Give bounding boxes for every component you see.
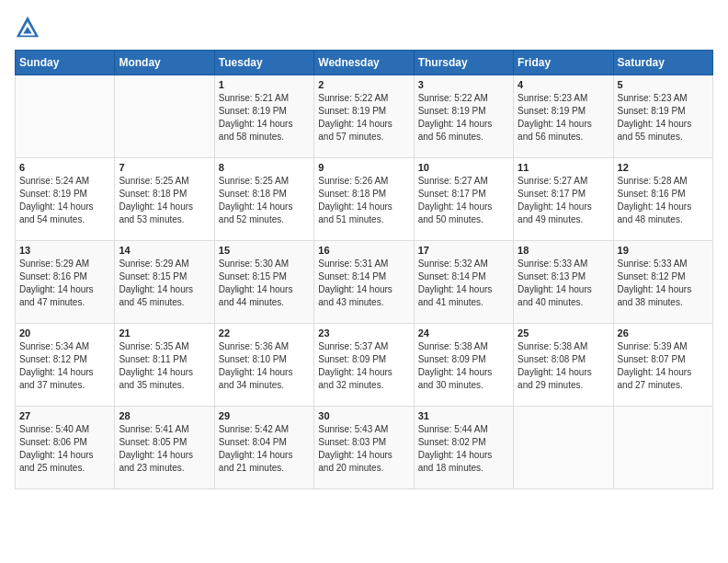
day-info: Sunrise: 5:23 AMSunset: 8:19 PMDaylight:… — [618, 92, 709, 144]
day-cell: 17Sunrise: 5:32 AMSunset: 8:14 PMDayligh… — [414, 241, 513, 324]
day-cell: 2Sunrise: 5:22 AMSunset: 8:19 PMDaylight… — [314, 75, 414, 158]
day-info: Sunrise: 5:30 AMSunset: 8:15 PMDaylight:… — [219, 258, 310, 309]
day-cell — [16, 75, 115, 158]
day-info: Sunrise: 5:22 AMSunset: 8:19 PMDaylight:… — [418, 92, 509, 144]
header-cell-monday: Monday — [115, 51, 214, 75]
page-header — [15, 15, 713, 40]
day-number: 7 — [119, 162, 210, 173]
header-cell-wednesday: Wednesday — [314, 51, 414, 75]
week-row-4: 20Sunrise: 5:34 AMSunset: 8:12 PMDayligh… — [16, 324, 713, 407]
day-info: Sunrise: 5:40 AMSunset: 8:06 PMDaylight:… — [19, 423, 110, 475]
day-cell: 14Sunrise: 5:29 AMSunset: 8:15 PMDayligh… — [115, 241, 214, 324]
day-cell: 4Sunrise: 5:23 AMSunset: 8:19 PMDaylight… — [514, 75, 613, 158]
day-number: 11 — [518, 162, 609, 173]
day-number: 14 — [119, 245, 210, 256]
header-cell-tuesday: Tuesday — [214, 51, 313, 75]
header-cell-thursday: Thursday — [414, 51, 513, 75]
day-info: Sunrise: 5:25 AMSunset: 8:18 PMDaylight:… — [119, 175, 210, 226]
day-number: 24 — [418, 327, 509, 339]
day-info: Sunrise: 5:41 AMSunset: 8:05 PMDaylight:… — [119, 423, 210, 475]
day-info: Sunrise: 5:43 AMSunset: 8:03 PMDaylight:… — [318, 423, 409, 475]
day-cell: 13Sunrise: 5:29 AMSunset: 8:16 PMDayligh… — [16, 241, 115, 324]
day-number: 28 — [119, 410, 210, 421]
day-cell: 23Sunrise: 5:37 AMSunset: 8:09 PMDayligh… — [314, 324, 414, 407]
day-info: Sunrise: 5:21 AMSunset: 8:19 PMDaylight:… — [219, 92, 310, 144]
day-cell: 31Sunrise: 5:44 AMSunset: 8:02 PMDayligh… — [414, 407, 513, 489]
day-number: 15 — [219, 245, 310, 256]
day-info: Sunrise: 5:35 AMSunset: 8:11 PMDaylight:… — [119, 340, 210, 392]
day-number: 19 — [618, 245, 709, 256]
day-number: 1 — [219, 79, 310, 90]
day-number: 13 — [19, 245, 110, 256]
day-number: 6 — [19, 162, 110, 173]
day-number: 23 — [318, 327, 409, 339]
day-cell: 16Sunrise: 5:31 AMSunset: 8:14 PMDayligh… — [314, 241, 414, 324]
calendar-header: SundayMondayTuesdayWednesdayThursdayFrid… — [16, 51, 713, 75]
day-number: 12 — [618, 162, 709, 173]
day-number: 10 — [418, 162, 509, 173]
day-info: Sunrise: 5:27 AMSunset: 8:17 PMDaylight:… — [518, 175, 609, 226]
day-number: 25 — [518, 327, 609, 339]
day-cell: 9Sunrise: 5:26 AMSunset: 8:18 PMDaylight… — [314, 158, 414, 241]
day-info: Sunrise: 5:38 AMSunset: 8:09 PMDaylight:… — [418, 340, 509, 392]
day-cell: 12Sunrise: 5:28 AMSunset: 8:16 PMDayligh… — [613, 158, 712, 241]
calendar-body: 1Sunrise: 5:21 AMSunset: 8:19 PMDaylight… — [16, 75, 713, 489]
day-info: Sunrise: 5:33 AMSunset: 8:13 PMDaylight:… — [518, 258, 609, 309]
day-cell: 3Sunrise: 5:22 AMSunset: 8:19 PMDaylight… — [414, 75, 513, 158]
day-number: 20 — [19, 327, 110, 339]
logo-icon — [15, 15, 40, 40]
day-info: Sunrise: 5:22 AMSunset: 8:19 PMDaylight:… — [318, 92, 409, 144]
day-number: 27 — [19, 410, 110, 421]
day-number: 21 — [119, 327, 210, 339]
day-info: Sunrise: 5:39 AMSunset: 8:07 PMDaylight:… — [618, 340, 709, 392]
day-info: Sunrise: 5:28 AMSunset: 8:16 PMDaylight:… — [618, 175, 709, 226]
day-cell — [613, 407, 712, 489]
day-cell: 8Sunrise: 5:25 AMSunset: 8:18 PMDaylight… — [214, 158, 313, 241]
day-cell: 28Sunrise: 5:41 AMSunset: 8:05 PMDayligh… — [115, 407, 214, 489]
day-number: 26 — [618, 327, 709, 339]
day-info: Sunrise: 5:38 AMSunset: 8:08 PMDaylight:… — [518, 340, 609, 392]
day-info: Sunrise: 5:42 AMSunset: 8:04 PMDaylight:… — [219, 423, 310, 475]
day-number: 22 — [219, 327, 310, 339]
day-info: Sunrise: 5:36 AMSunset: 8:10 PMDaylight:… — [219, 340, 310, 392]
day-cell: 5Sunrise: 5:23 AMSunset: 8:19 PMDaylight… — [613, 75, 712, 158]
day-cell: 15Sunrise: 5:30 AMSunset: 8:15 PMDayligh… — [214, 241, 313, 324]
day-number: 31 — [418, 410, 509, 421]
day-cell: 29Sunrise: 5:42 AMSunset: 8:04 PMDayligh… — [214, 407, 313, 489]
day-cell — [115, 75, 214, 158]
day-cell: 22Sunrise: 5:36 AMSunset: 8:10 PMDayligh… — [214, 324, 313, 407]
logo — [15, 15, 44, 40]
day-info: Sunrise: 5:29 AMSunset: 8:16 PMDaylight:… — [19, 258, 110, 309]
day-cell: 25Sunrise: 5:38 AMSunset: 8:08 PMDayligh… — [514, 324, 613, 407]
day-number: 18 — [518, 245, 609, 256]
day-info: Sunrise: 5:34 AMSunset: 8:12 PMDaylight:… — [19, 340, 110, 392]
header-row: SundayMondayTuesdayWednesdayThursdayFrid… — [16, 51, 713, 75]
day-number: 17 — [418, 245, 509, 256]
day-number: 8 — [219, 162, 310, 173]
day-info: Sunrise: 5:25 AMSunset: 8:18 PMDaylight:… — [219, 175, 310, 226]
day-info: Sunrise: 5:37 AMSunset: 8:09 PMDaylight:… — [318, 340, 409, 392]
day-info: Sunrise: 5:44 AMSunset: 8:02 PMDaylight:… — [418, 423, 509, 475]
week-row-3: 13Sunrise: 5:29 AMSunset: 8:16 PMDayligh… — [16, 241, 713, 324]
day-number: 29 — [219, 410, 310, 421]
day-cell: 19Sunrise: 5:33 AMSunset: 8:12 PMDayligh… — [613, 241, 712, 324]
day-info: Sunrise: 5:23 AMSunset: 8:19 PMDaylight:… — [518, 92, 609, 144]
day-number: 4 — [518, 79, 609, 90]
day-cell: 1Sunrise: 5:21 AMSunset: 8:19 PMDaylight… — [214, 75, 313, 158]
day-cell: 10Sunrise: 5:27 AMSunset: 8:17 PMDayligh… — [414, 158, 513, 241]
day-number: 5 — [618, 79, 709, 90]
day-number: 9 — [318, 162, 409, 173]
header-cell-saturday: Saturday — [613, 51, 712, 75]
day-info: Sunrise: 5:33 AMSunset: 8:12 PMDaylight:… — [618, 258, 709, 309]
day-number: 16 — [318, 245, 409, 256]
day-cell: 27Sunrise: 5:40 AMSunset: 8:06 PMDayligh… — [16, 407, 115, 489]
day-info: Sunrise: 5:29 AMSunset: 8:15 PMDaylight:… — [119, 258, 210, 309]
day-cell: 7Sunrise: 5:25 AMSunset: 8:18 PMDaylight… — [115, 158, 214, 241]
calendar-table: SundayMondayTuesdayWednesdayThursdayFrid… — [15, 50, 713, 489]
day-cell: 11Sunrise: 5:27 AMSunset: 8:17 PMDayligh… — [514, 158, 613, 241]
day-cell: 21Sunrise: 5:35 AMSunset: 8:11 PMDayligh… — [115, 324, 214, 407]
day-number: 3 — [418, 79, 509, 90]
day-cell: 30Sunrise: 5:43 AMSunset: 8:03 PMDayligh… — [314, 407, 414, 489]
week-row-2: 6Sunrise: 5:24 AMSunset: 8:19 PMDaylight… — [16, 158, 713, 241]
day-info: Sunrise: 5:27 AMSunset: 8:17 PMDaylight:… — [418, 175, 509, 226]
